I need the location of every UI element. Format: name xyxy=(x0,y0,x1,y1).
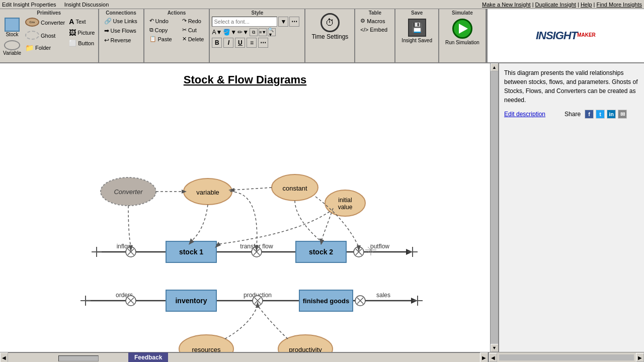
diagram-svg: Stock & Flow Diagrams inflow transfer fl… xyxy=(0,63,490,352)
stock-icon xyxy=(5,18,20,32)
underline-btn[interactable]: U xyxy=(235,38,245,48)
right-h-track[interactable] xyxy=(499,354,634,360)
svg-text:finished goods: finished goods xyxy=(303,297,349,305)
svg-text:outflow: outflow xyxy=(370,243,389,250)
menu-insight-discussion[interactable]: Insight Discussion xyxy=(64,2,109,8)
align-left-btn[interactable]: ≡ xyxy=(247,38,257,48)
undo-icon: ↶ xyxy=(149,18,154,24)
undo-label: Undo xyxy=(155,18,169,24)
align-more-btn[interactable]: ⋯ xyxy=(258,38,268,48)
variable-tool[interactable]: Variable xyxy=(2,39,22,57)
svg-text:Converter: Converter xyxy=(114,188,143,196)
right-scroll-left[interactable]: ◀ xyxy=(489,353,497,362)
cut-btn[interactable]: ✂ Cut xyxy=(179,26,207,34)
copy-style-btn[interactable]: ⧉ xyxy=(250,28,258,36)
scroll-right-btn[interactable]: ▶ xyxy=(480,352,488,362)
font-dropdown-btn[interactable]: ▼ xyxy=(278,17,288,27)
font-extra-btn[interactable]: ⋯ xyxy=(289,17,299,27)
style-section: Style ▼ ⋯ A▼ 🪣▼ ✏▼ ⧉ ≡▼ 🔍▼ B I xyxy=(210,9,305,62)
paste-icon: 📋 xyxy=(149,36,156,42)
ghost-tool[interactable]: Ghost xyxy=(24,30,66,42)
stock-tool[interactable]: Stock xyxy=(4,17,21,38)
twitter-icon[interactable]: t xyxy=(596,110,605,119)
logo-maker: MAKER xyxy=(577,32,596,38)
redo-label: Redo xyxy=(188,18,201,24)
menu-help[interactable]: Help xyxy=(581,2,592,8)
time-section: ⏱ Time Settings xyxy=(305,9,355,62)
table-label: Table xyxy=(357,10,392,16)
font-color-icon[interactable]: A▼ xyxy=(212,29,222,36)
canvas-scrollbar[interactable]: ▲ ▼ xyxy=(490,63,498,352)
menu-find-insights[interactable]: Find More Insights xyxy=(597,2,642,8)
embed-icon: </> xyxy=(360,27,368,33)
connections-section: Connections 🔗 Use Links ➡ Use Flows ↩ Re… xyxy=(99,9,144,62)
button-tool[interactable]: ⬜ Button xyxy=(68,39,96,48)
save-btn[interactable]: 💾 Insight Saved xyxy=(397,17,436,45)
svg-text:inventory: inventory xyxy=(175,297,207,305)
embed-btn[interactable]: </> Embed xyxy=(357,26,392,34)
facebook-icon[interactable]: f xyxy=(585,110,594,119)
converter-tool[interactable]: Cnv Converter xyxy=(24,17,66,29)
style-label: Style xyxy=(212,10,302,16)
paste-btn[interactable]: 📋 Paste xyxy=(146,35,175,43)
align-btn[interactable]: ≡▼ xyxy=(259,28,267,36)
reverse-btn[interactable]: ↩ Reverse xyxy=(101,36,141,45)
run-simulation-btn[interactable]: Run Simulation xyxy=(441,17,484,47)
right-panel-bottom-scroll: ◀ ▶ xyxy=(488,352,644,362)
right-scroll-right[interactable]: ▶ xyxy=(636,353,644,362)
redo-btn[interactable]: ↷ Redo xyxy=(179,17,207,25)
fill-color-icon[interactable]: 🪣▼ xyxy=(223,29,236,36)
email-icon[interactable]: ✉ xyxy=(618,110,627,119)
time-icon: ⏱ xyxy=(320,13,340,32)
connections-label: Connections xyxy=(101,10,141,16)
right-panel: This diagram presents the valid relation… xyxy=(498,63,644,352)
scroll-up-btn[interactable]: ▲ xyxy=(491,63,499,71)
font-selector[interactable] xyxy=(212,17,277,27)
ghost-label: Ghost xyxy=(41,33,55,39)
actions-section: Actions ↶ Undo ⧉ Copy 📋 Paste ↷ xyxy=(144,9,210,62)
feedback-button[interactable]: Feedback xyxy=(128,352,168,362)
delete-label: Delete xyxy=(188,36,204,42)
svg-text:productivity: productivity xyxy=(289,346,322,352)
delete-btn[interactable]: ✕ Delete xyxy=(179,35,207,43)
svg-text:value: value xyxy=(338,204,353,211)
h-scroll-thumb[interactable] xyxy=(58,355,99,361)
panel-links: Edit description Share f t in ✉ xyxy=(504,110,639,119)
use-links-btn[interactable]: 🔗 Use Links xyxy=(101,17,141,26)
insight-saved-label: Insight Saved xyxy=(401,38,432,43)
svg-text:variable: variable xyxy=(196,189,219,196)
text-tool[interactable]: A Text xyxy=(68,17,96,27)
variable-icon xyxy=(4,40,20,50)
share-label: Share xyxy=(565,111,581,118)
zoom-btn[interactable]: 🔍▼ xyxy=(268,28,276,36)
text-icon: A xyxy=(69,18,74,26)
macros-btn[interactable]: ⚙ Macros xyxy=(357,17,392,25)
italic-btn[interactable]: I xyxy=(223,38,233,48)
run-simulation-label: Run Simulation xyxy=(445,40,479,45)
menu-edit-insight[interactable]: Edit Insight Properties xyxy=(2,2,56,8)
ghost-oval-icon xyxy=(25,31,39,40)
save-icon: 💾 xyxy=(408,19,426,37)
scroll-down-btn[interactable]: ▼ xyxy=(491,344,499,352)
use-flows-btn[interactable]: ➡ Use Flows xyxy=(101,26,141,35)
linkedin-icon[interactable]: in xyxy=(607,110,616,119)
bold-btn[interactable]: B xyxy=(212,38,222,48)
line-color-icon[interactable]: ✏▼ xyxy=(237,29,249,36)
edit-description-link[interactable]: Edit description xyxy=(504,111,545,118)
use-links-icon: 🔗 xyxy=(104,18,112,25)
picture-tool[interactable]: 🖼 Picture xyxy=(68,28,96,38)
menu-duplicate-insight[interactable]: Duplicate Insight xyxy=(535,2,576,8)
undo-btn[interactable]: ↶ Undo xyxy=(146,17,175,25)
copy-btn[interactable]: ⧉ Copy xyxy=(146,26,175,34)
h-scroll-track[interactable] xyxy=(8,353,480,361)
actions-label: Actions xyxy=(146,10,207,16)
menu-new-insight[interactable]: Make a New Insight xyxy=(482,2,531,8)
folder-tool[interactable]: 📁 Folder xyxy=(24,43,66,53)
svg-text:resources: resources xyxy=(192,346,221,352)
time-settings-btn[interactable]: ⏱ Time Settings xyxy=(307,11,352,42)
scroll-track[interactable] xyxy=(491,71,499,344)
menu-bar-right: Make a New Insight | Duplicate Insight |… xyxy=(482,2,642,8)
panel-description: This diagram presents the valid relation… xyxy=(504,68,639,105)
scroll-left-btn[interactable]: ◀ xyxy=(0,352,8,362)
canvas-area[interactable]: Stock & Flow Diagrams inflow transfer fl… xyxy=(0,63,490,352)
